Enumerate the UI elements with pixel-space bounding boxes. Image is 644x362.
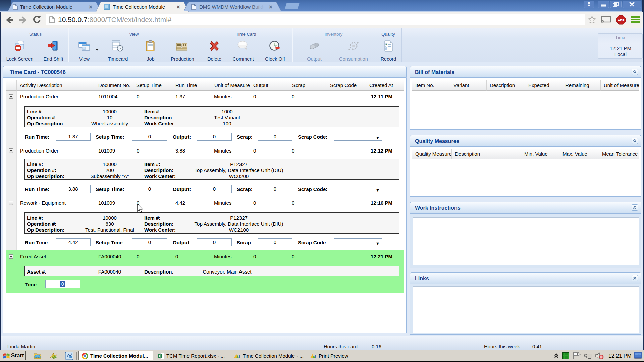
svg-text:ABP: ABP: [618, 18, 625, 22]
